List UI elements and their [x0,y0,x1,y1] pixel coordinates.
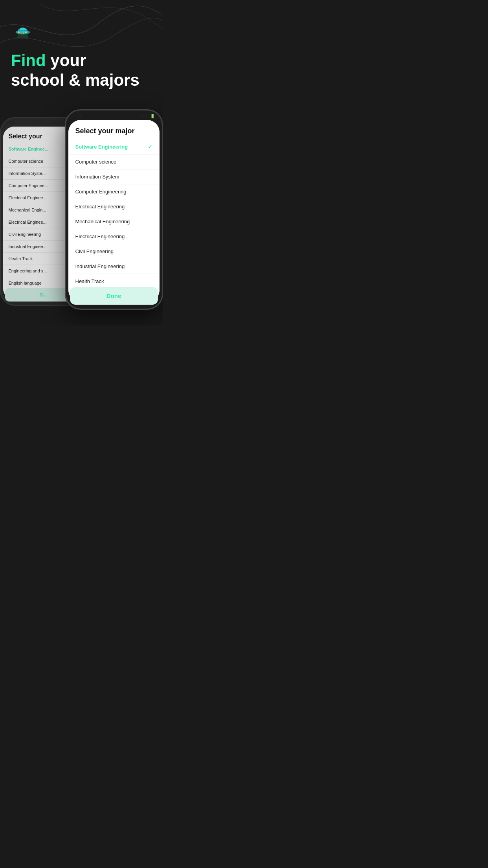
phone-front: 3:31 WiFi 🔋 Select your major Software E… [65,109,163,310]
list-item[interactable]: Mechanical Engineering [68,214,160,229]
list-item[interactable]: Electrical Engineering [68,229,160,244]
screen-title-front: Select your major [68,124,160,139]
time-front: 3:31 [73,114,82,118]
list-item[interactable]: Computer Engineering [68,184,160,199]
phone-front-notch [96,110,132,119]
list-item[interactable]: Civil Engineering [68,244,160,259]
time-back: 3:31 [7,121,15,125]
major-list-front: Software Engineering✓Computer scienceInf… [68,139,160,302]
list-item[interactable]: Electrical Engineering [68,199,160,214]
headline-line2: school & majors [11,71,152,90]
check-icon: ✓ [148,143,152,150]
list-item[interactable]: Industrial Engineering [68,259,160,274]
headline-find: Find [11,51,46,70]
headline-your: your [46,51,86,70]
phone-back-notch [29,118,57,125]
status-icons-front: WiFi 🔋 [140,114,154,118]
phone-screen-front: Select your major Software Engineering✓C… [68,120,160,302]
done-button-front[interactable]: Done [70,287,158,302]
phones-container: 3:31 ●●● Select your Software Enginee...… [0,101,163,326]
list-item[interactable]: Information System [68,169,160,184]
list-item[interactable]: Software Engineering✓ [68,139,160,154]
list-item[interactable]: Computer science [68,154,160,169]
screen-inner-front: Select your major Software Engineering✓C… [68,120,160,302]
headline-section: Find your school & majors [0,0,163,101]
